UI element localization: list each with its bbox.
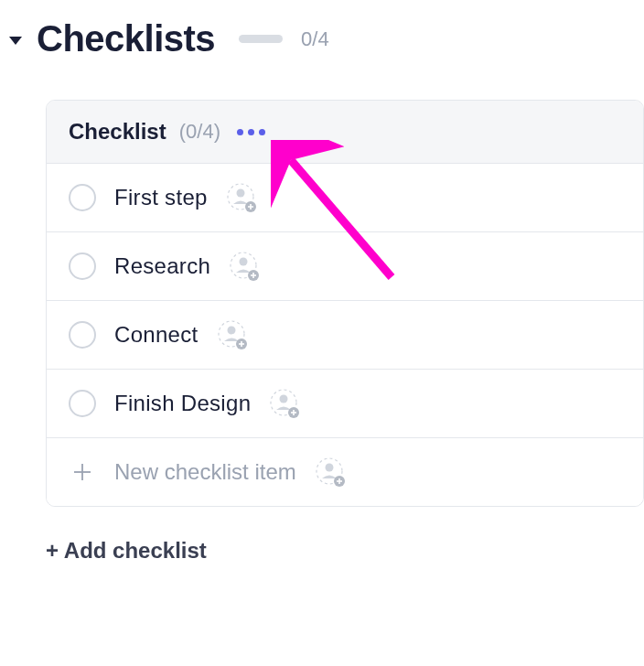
progress-count: 0/4 (301, 27, 329, 51)
checklist-item-row[interactable]: Finish Design (47, 370, 643, 438)
checklist-count: (0/4) (179, 120, 220, 144)
checkbox-circle[interactable] (69, 184, 96, 211)
assign-user-button[interactable] (229, 251, 260, 282)
checklist-header: Checklist (0/4) (47, 101, 643, 164)
assign-user-button[interactable] (217, 319, 248, 350)
checkbox-circle[interactable] (69, 252, 96, 280)
more-options-button[interactable] (233, 125, 269, 139)
add-user-icon (315, 457, 346, 488)
assign-user-button[interactable] (269, 388, 300, 419)
section-title: Checklists (37, 18, 215, 59)
more-icon (248, 129, 254, 135)
assign-user-button[interactable] (315, 457, 346, 488)
progress-bar (239, 35, 283, 43)
checkbox-circle[interactable] (69, 321, 96, 349)
svg-point-11 (227, 327, 235, 335)
more-icon (237, 129, 243, 135)
add-user-icon (229, 251, 260, 282)
section-header: Checklists 0/4 (0, 0, 644, 59)
checklist-item-label: Research (114, 253, 210, 279)
new-checklist-item-row[interactable]: New checklist item (47, 438, 643, 506)
caret-down-icon[interactable] (9, 37, 22, 45)
svg-point-1 (236, 189, 244, 198)
checklist-item-label: Connect (114, 322, 199, 348)
checklist-item-row[interactable]: Connect (47, 301, 643, 370)
svg-point-6 (240, 258, 248, 266)
checklist-item-row[interactable]: Research (47, 232, 643, 301)
assign-user-button[interactable] (226, 182, 257, 213)
checklist-item-label: Finish Design (114, 391, 251, 416)
plus-icon[interactable] (69, 458, 96, 486)
add-user-icon (217, 319, 248, 350)
checklist-card: Checklist (0/4) First step Research (46, 100, 644, 507)
checklist-title: Checklist (69, 119, 166, 145)
add-user-icon (269, 388, 300, 419)
checklist-item-row[interactable]: First step (47, 164, 643, 232)
checklist-item-label: First step (114, 185, 208, 210)
add-checklist-button[interactable]: + Add checklist (46, 538, 644, 564)
checkbox-circle[interactable] (69, 390, 96, 417)
svg-point-23 (325, 464, 333, 472)
new-item-placeholder: New checklist item (114, 459, 296, 485)
more-icon (259, 129, 265, 135)
add-user-icon (226, 182, 257, 213)
svg-point-16 (280, 395, 288, 403)
